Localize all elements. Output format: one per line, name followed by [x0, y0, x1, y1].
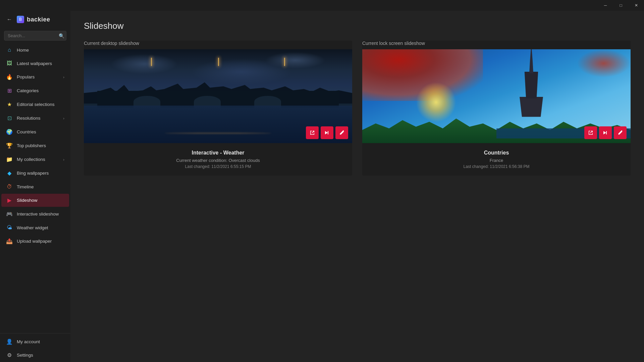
- sidebar-item-weather-widget[interactable]: 🌤 Weather widget: [1, 221, 69, 234]
- lockscreen-card-info: Countries France Last changed: 11/2/2021…: [362, 143, 631, 176]
- sidebar-item-bing-wallpapers[interactable]: ◆ Bing wallpapers: [1, 167, 69, 180]
- sidebar-item-latest-wallpapers[interactable]: 🖼 Latest wallpapers: [1, 57, 69, 70]
- lockscreen-slideshow-card: Current lock screen slideshow: [362, 41, 631, 176]
- lockscreen-card-actions: [584, 126, 627, 139]
- home-icon: ⌂: [6, 47, 13, 53]
- sidebar-item-settings[interactable]: ⚙ Settings: [1, 349, 69, 362]
- sidebar-item-top-publishers[interactable]: 🏆 Top publishers: [1, 139, 69, 152]
- lockscreen-edit-button[interactable]: [614, 126, 627, 139]
- sidebar-item-label: Top publishers: [17, 143, 64, 148]
- sidebar-item-categories[interactable]: ⊞ Categories: [1, 84, 69, 97]
- title-bar-controls: ─ □ ✕: [598, 0, 644, 11]
- page-title: Slideshow: [84, 21, 631, 31]
- sidebar-header: ← B backiee: [0, 11, 70, 28]
- sidebar: ← B backiee 🔍 ⌂ Home 🖼 Latest wallpapers…: [0, 11, 70, 362]
- app-logo-icon: B: [17, 16, 24, 23]
- populars-icon: 🔥: [6, 74, 13, 80]
- ls-eiffel-tower: [518, 49, 545, 117]
- sidebar-item-label: Timeline: [17, 184, 64, 189]
- chevron-down-icon: ›: [63, 75, 64, 79]
- lockscreen-card-image: [362, 49, 631, 143]
- lamp-2: [218, 58, 219, 66]
- sidebar-item-slideshow[interactable]: ▶ Slideshow: [1, 194, 69, 207]
- cloud-1: [111, 54, 178, 74]
- maximize-button[interactable]: □: [613, 0, 629, 11]
- sidebar-item-label: Editorial selections: [17, 102, 64, 107]
- desktop-card-image: [84, 49, 352, 143]
- weather-icon: 🌤: [6, 225, 13, 231]
- desktop-edit-button[interactable]: [335, 126, 348, 139]
- sidebar-item-label: Resolutions: [17, 116, 59, 121]
- sidebar-item-editorial-selections[interactable]: ★ Editorial selections: [1, 98, 69, 111]
- countries-icon: 🌍: [6, 129, 13, 135]
- sidebar-item-label: Populars: [17, 74, 59, 79]
- title-bar: ─ □ ✕: [0, 0, 644, 11]
- app-container: ← B backiee 🔍 ⌂ Home 🖼 Latest wallpapers…: [0, 11, 644, 362]
- sidebar-item-home[interactable]: ⌂ Home: [1, 44, 69, 56]
- desktop-open-button[interactable]: [306, 126, 319, 139]
- search-container: 🔍: [0, 28, 70, 43]
- sidebar-item-label: My collections: [17, 157, 59, 162]
- desktop-next-button[interactable]: [321, 126, 333, 139]
- sidebar-item-interactive-slideshow[interactable]: 🎮 Interactive slideshow: [1, 207, 69, 221]
- sidebar-item-upload-wallpaper[interactable]: 📤 Upload wallpaper: [1, 235, 69, 248]
- lockscreen-section-title: Current lock screen slideshow: [362, 41, 631, 46]
- sidebar-item-label: Latest wallpapers: [17, 61, 64, 66]
- sidebar-item-label: My account: [17, 339, 64, 344]
- interactive-icon: 🎮: [6, 211, 13, 217]
- sidebar-bottom: 👤 My account ⚙ Settings: [0, 333, 70, 362]
- settings-icon: ⚙: [6, 352, 13, 358]
- search-icon[interactable]: 🔍: [59, 33, 64, 39]
- sidebar-item-label: Upload wallpaper: [17, 239, 64, 244]
- lamp-1: [151, 58, 152, 66]
- publishers-icon: 🏆: [6, 142, 13, 149]
- sidebar-item-label: Interactive slideshow: [17, 212, 64, 217]
- minimize-button[interactable]: ─: [598, 0, 613, 11]
- sidebar-item-populars[interactable]: 🔥 Populars ›: [1, 70, 69, 83]
- reflection-shimmer: [164, 133, 272, 134]
- app-logo: B backiee: [17, 16, 50, 23]
- sidebar-item-my-collections[interactable]: 📁 My collections ›: [1, 153, 69, 166]
- slideshow-grid: Current desktop slideshow: [84, 41, 631, 176]
- timeline-icon: ⏱: [6, 184, 13, 190]
- resolutions-icon: ⊡: [6, 115, 13, 121]
- main-content: Slideshow Current desktop slideshow: [70, 11, 644, 362]
- desktop-slideshow-card: Current desktop slideshow: [84, 41, 352, 176]
- sidebar-item-label: Home: [17, 48, 64, 53]
- ls-red-leaves-2: [577, 49, 631, 77]
- lockscreen-open-button[interactable]: [584, 126, 597, 139]
- desktop-card-actions: [306, 126, 348, 139]
- collections-icon: 📁: [6, 156, 13, 163]
- slideshow-icon: ▶: [6, 197, 13, 203]
- bing-icon: ◆: [6, 170, 13, 176]
- lamp-3: [284, 58, 285, 66]
- desktop-card-info: Interactive - Weather Current weather co…: [84, 143, 352, 176]
- sidebar-item-my-account[interactable]: 👤 My account: [1, 335, 69, 348]
- desktop-info-title: Interactive - Weather: [91, 150, 345, 156]
- lockscreen-info-subtitle: France: [369, 158, 624, 163]
- sidebar-item-label: Countries: [17, 129, 64, 134]
- lockscreen-info-timestamp: Last changed: 11/2/2021 6:56:38 PM: [369, 164, 624, 169]
- eiffel-top: [528, 49, 535, 73]
- back-button[interactable]: ←: [5, 15, 14, 24]
- sidebar-item-label: Weather widget: [17, 225, 64, 230]
- sidebar-item-timeline[interactable]: ⏱ Timeline: [1, 180, 69, 193]
- search-input[interactable]: [4, 31, 66, 41]
- close-button[interactable]: ✕: [629, 0, 644, 11]
- sidebar-item-resolutions[interactable]: ⊡ Resolutions ›: [1, 112, 69, 125]
- upload-icon: 📤: [6, 238, 13, 244]
- categories-icon: ⊞: [6, 87, 13, 94]
- sidebar-item-countries[interactable]: 🌍 Countries: [1, 125, 69, 138]
- sidebar-item-label: Slideshow: [17, 198, 64, 203]
- latest-icon: 🖼: [6, 60, 13, 66]
- chevron-down-icon: ›: [63, 158, 64, 162]
- app-name-label: backiee: [27, 16, 50, 23]
- sidebar-item-label: Bing wallpapers: [17, 171, 64, 176]
- desktop-info-subtitle: Current weather condition: Overcast clou…: [91, 158, 345, 163]
- account-icon: 👤: [6, 339, 13, 345]
- desktop-info-timestamp: Last changed: 11/2/2021 6:55:15 PM: [91, 164, 345, 169]
- lockscreen-next-button[interactable]: [599, 126, 612, 139]
- chevron-down-icon: ›: [63, 116, 64, 120]
- desktop-section-title: Current desktop slideshow: [84, 41, 352, 46]
- eiffel-base: [520, 97, 543, 117]
